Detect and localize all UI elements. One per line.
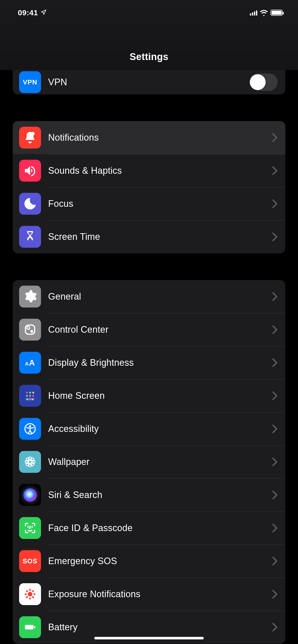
chevron-right-icon xyxy=(272,557,278,566)
settings-row-controlcenter[interactable]: Control Center xyxy=(13,313,285,346)
row-label: Exposure Notifications xyxy=(48,589,272,599)
content[interactable]: VPN VPN Notifications Sounds & Haptics xyxy=(0,70,298,644)
settings-row-sounds[interactable]: Sounds & Haptics xyxy=(13,154,285,187)
svg-rect-13 xyxy=(32,399,33,400)
settings-row-focus[interactable]: Focus xyxy=(13,187,285,220)
sounds-icon xyxy=(19,160,41,182)
svg-rect-9 xyxy=(32,395,34,397)
chevron-right-icon xyxy=(272,424,278,433)
svg-rect-4 xyxy=(26,392,28,393)
settings-row-accessibility[interactable]: Accessibility xyxy=(13,412,285,445)
row-label: Wallpaper xyxy=(48,457,272,467)
wifi-icon xyxy=(260,9,268,17)
wallpaper-icon xyxy=(19,451,41,473)
svg-rect-7 xyxy=(26,395,28,397)
svg-rect-5 xyxy=(29,392,31,393)
home-indicator[interactable] xyxy=(94,637,204,639)
chevron-right-icon xyxy=(272,391,278,400)
row-label: Notifications xyxy=(48,132,272,143)
settings-row-general[interactable]: General xyxy=(13,280,285,313)
accessibility-icon xyxy=(19,418,41,440)
chevron-right-icon xyxy=(272,166,278,175)
svg-point-2 xyxy=(27,327,30,329)
chevron-right-icon xyxy=(272,590,278,599)
row-label: Sounds & Haptics xyxy=(48,165,272,176)
row-label: Emergency SOS xyxy=(48,556,272,566)
svg-point-30 xyxy=(26,590,28,592)
chevron-right-icon xyxy=(272,232,278,241)
svg-rect-1 xyxy=(25,325,35,334)
status-time: 09:41 xyxy=(18,8,38,17)
exposure-icon xyxy=(19,583,41,605)
row-label: Battery xyxy=(48,622,272,633)
row-label: Display & Brightness xyxy=(48,357,272,368)
svg-point-25 xyxy=(28,592,32,596)
sos-icon: SOS xyxy=(19,550,41,572)
svg-rect-11 xyxy=(27,399,28,400)
svg-point-15 xyxy=(29,425,31,427)
settings-group-connectivity: VPN VPN xyxy=(13,70,285,94)
settings-screen: 09:41 Settings VPN VPN xyxy=(0,0,298,644)
battery-icon xyxy=(270,10,283,16)
svg-rect-34 xyxy=(25,625,34,630)
settings-group-general: General Control Center AA Display & Brig… xyxy=(13,280,285,644)
chevron-right-icon xyxy=(272,358,278,367)
settings-row-wallpaper[interactable]: Wallpaper xyxy=(13,445,285,478)
row-label: Focus xyxy=(48,198,272,209)
settings-row-notifications[interactable]: Notifications xyxy=(13,121,285,154)
settings-row-faceid[interactable]: Face ID & Passcode xyxy=(13,511,285,545)
svg-point-29 xyxy=(33,593,35,595)
vpn-toggle[interactable] xyxy=(249,74,278,91)
settings-row-vpn[interactable]: VPN VPN xyxy=(13,70,285,94)
display-icon: AA xyxy=(19,352,41,374)
svg-point-28 xyxy=(25,593,27,595)
status-left: 09:41 xyxy=(18,8,47,17)
row-label: Screen Time xyxy=(48,231,272,242)
svg-rect-6 xyxy=(32,392,34,393)
chevron-right-icon xyxy=(272,325,278,334)
row-label: VPN xyxy=(48,77,249,87)
settings-row-display[interactable]: AA Display & Brightness xyxy=(13,346,285,379)
row-label: Siri & Search xyxy=(48,490,272,500)
controlcenter-icon xyxy=(19,319,41,341)
settings-row-sos[interactable]: SOS Emergency SOS xyxy=(13,545,285,578)
svg-point-3 xyxy=(30,330,33,333)
page-title: Settings xyxy=(130,51,168,62)
svg-rect-12 xyxy=(29,399,31,400)
battery-row-icon xyxy=(19,616,41,638)
row-label: Home Screen xyxy=(48,390,272,401)
settings-row-homescreen[interactable]: Home Screen xyxy=(13,379,285,412)
settings-row-exposure[interactable]: Exposure Notifications xyxy=(13,578,285,611)
notifications-icon xyxy=(19,127,41,149)
settings-group-notifications: Notifications Sounds & Haptics Focus xyxy=(13,121,285,253)
homescreen-icon xyxy=(19,385,41,407)
general-icon xyxy=(19,286,41,308)
svg-point-0 xyxy=(31,132,35,136)
chevron-right-icon xyxy=(272,523,278,533)
svg-rect-8 xyxy=(29,395,31,397)
chevron-right-icon xyxy=(272,133,278,142)
row-label: General xyxy=(48,291,272,302)
chevron-right-icon xyxy=(272,457,278,466)
svg-point-26 xyxy=(29,589,31,591)
chevron-right-icon xyxy=(272,292,278,301)
screentime-icon xyxy=(19,226,41,248)
settings-row-screentime[interactable]: Screen Time xyxy=(13,220,285,253)
chevron-right-icon xyxy=(272,199,278,208)
chevron-right-icon xyxy=(272,623,278,632)
chevron-right-icon xyxy=(272,490,278,500)
focus-icon xyxy=(19,193,41,215)
svg-point-31 xyxy=(32,590,34,592)
svg-point-32 xyxy=(26,596,28,598)
svg-rect-35 xyxy=(34,626,35,628)
faceid-icon xyxy=(19,517,41,539)
cellular-icon xyxy=(250,10,257,16)
svg-point-27 xyxy=(29,597,31,599)
vpn-icon: VPN xyxy=(19,71,41,93)
status-right xyxy=(250,9,283,17)
row-label: Face ID & Passcode xyxy=(48,523,272,533)
settings-row-siri[interactable]: Siri & Search xyxy=(13,478,285,511)
siri-icon xyxy=(19,484,41,506)
row-label: Accessibility xyxy=(48,423,272,434)
row-label: Control Center xyxy=(48,324,272,335)
